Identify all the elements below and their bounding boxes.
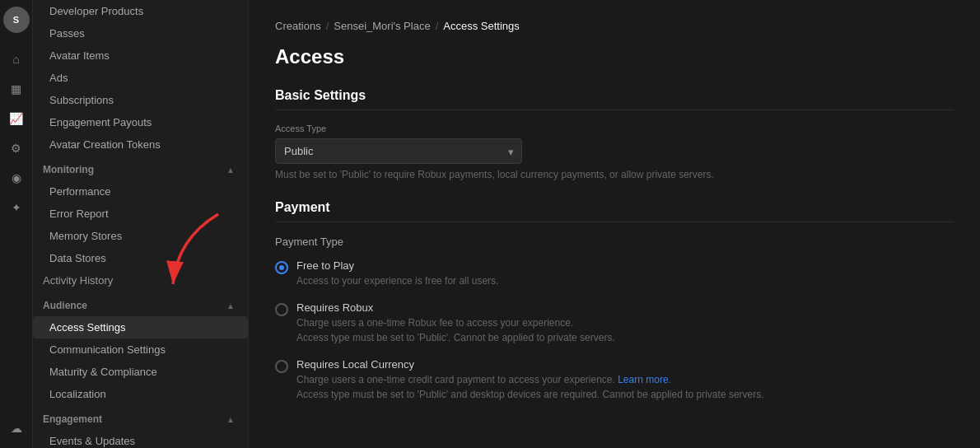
breadcrumb: Creations / Sensei_Mori's Place / Access… [275, 20, 954, 32]
radio-local-circle [275, 360, 288, 373]
tools-icon[interactable]: ⚙ [3, 135, 30, 161]
sidebar-item-memory-stores[interactable]: Memory Stores [33, 225, 248, 247]
sidebar-item-events-updates[interactable]: Events & Updates [33, 430, 248, 448]
access-type-group: Access Type Public Private Friends Only … [275, 124, 954, 180]
sidebar-item-engagement-payouts[interactable]: Engagement Payouts [33, 111, 248, 133]
main-content: Creations / Sensei_Mori's Place / Access… [249, 0, 980, 448]
radio-local-learn-more-link[interactable]: Learn more [618, 374, 668, 385]
breadcrumb-sep1: / [326, 20, 329, 32]
audience-section-header[interactable]: Audience ▲ [33, 292, 248, 316]
radio-local-content: Requires Local Currency Charge users a o… [296, 358, 764, 402]
access-type-label: Access Type [275, 124, 954, 133]
sidebar-item-subscriptions[interactable]: Subscriptions [33, 89, 248, 111]
sidebar-item-ads[interactable]: Ads [33, 67, 248, 89]
access-type-select-wrapper: Public Private Friends Only [275, 138, 522, 164]
radio-requires-robux[interactable]: Requires Robux Charge users a one-time R… [275, 301, 954, 345]
avatar[interactable]: S [3, 7, 30, 33]
icon-rail: S ⌂ ▦ 📈 ⚙ ◉ ✦ ☁ [0, 0, 33, 448]
radio-robux-desc-text: Charge users a one-time Robux fee to acc… [296, 317, 615, 343]
radio-free-content: Free to Play Access to your experience i… [296, 259, 498, 288]
radio-local-desc-before: Charge users a one-time credit card paym… [296, 374, 618, 385]
sidebar: Developer Products Passes Avatar Items A… [33, 0, 249, 448]
sidebar-item-performance[interactable]: Performance [33, 180, 248, 203]
monitoring-label: Monitoring [43, 164, 94, 175]
engagement-chevron: ▲ [226, 415, 235, 424]
monitoring-section-header[interactable]: Monitoring ▲ [33, 156, 248, 180]
engagement-label: Engagement [43, 413, 102, 425]
sidebar-item-maturity-compliance[interactable]: Maturity & Compliance [33, 361, 248, 383]
sidebar-item-localization[interactable]: Localization [33, 383, 248, 405]
radio-local-desc: Charge users a one-time credit card paym… [296, 372, 764, 402]
access-type-hint: Must be set to 'Public' to require Robux… [275, 169, 954, 180]
sidebar-item-activity-history[interactable]: Activity History [33, 269, 248, 292]
breadcrumb-current: Access Settings [443, 20, 520, 32]
access-type-select[interactable]: Public Private Friends Only [275, 138, 522, 164]
radio-free-to-play[interactable]: Free to Play Access to your experience i… [275, 259, 954, 288]
payment-title: Payment [275, 200, 954, 222]
cloud-icon[interactable]: ☁ [3, 415, 30, 441]
creations-icon[interactable]: ▦ [3, 76, 30, 102]
sidebar-item-error-report[interactable]: Error Report [33, 203, 248, 225]
radio-robux-circle [275, 303, 288, 316]
home-icon[interactable]: ⌂ [3, 46, 30, 72]
radio-robux-title: Requires Robux [296, 301, 615, 314]
radio-local-title: Requires Local Currency [296, 358, 764, 371]
audience-label: Audience [43, 300, 87, 311]
sidebar-item-communication-settings[interactable]: Communication Settings [33, 338, 248, 361]
basic-settings-title: Basic Settings [275, 88, 954, 110]
radio-robux-desc: Charge users a one-time Robux fee to acc… [296, 315, 615, 345]
sidebar-item-passes[interactable]: Passes [33, 22, 248, 44]
breadcrumb-sep2: / [436, 20, 439, 32]
sidebar-item-data-stores[interactable]: Data Stores [33, 247, 248, 269]
audience-chevron: ▲ [226, 301, 235, 310]
radio-robux-content: Requires Robux Charge users a one-time R… [296, 301, 615, 345]
notifications-icon[interactable]: ✦ [3, 194, 30, 221]
radio-free-desc: Access to your experience is free for al… [296, 273, 498, 288]
sidebar-item-avatar-creation-tokens[interactable]: Avatar Creation Tokens [33, 133, 248, 156]
payment-type-label: Payment Type [275, 236, 954, 248]
sidebar-item-avatar-items[interactable]: Avatar Items [33, 44, 248, 67]
radio-free-circle [275, 261, 288, 274]
monitoring-chevron: ▲ [226, 166, 235, 175]
page-title: Access [275, 45, 954, 68]
analytics-icon[interactable]: 📈 [3, 105, 30, 132]
radio-requires-local-currency[interactable]: Requires Local Currency Charge users a o… [275, 358, 954, 402]
games-icon[interactable]: ◉ [3, 165, 30, 191]
sidebar-item-developer-products[interactable]: Developer Products [33, 0, 248, 22]
radio-free-title: Free to Play [296, 259, 498, 272]
payment-section: Payment Payment Type Free to Play Access… [275, 200, 954, 402]
sidebar-item-access-settings[interactable]: Access Settings [33, 316, 248, 338]
breadcrumb-place[interactable]: Sensei_Mori's Place [334, 20, 430, 32]
breadcrumb-creations[interactable]: Creations [275, 20, 321, 32]
engagement-section-header[interactable]: Engagement ▲ [33, 405, 248, 430]
